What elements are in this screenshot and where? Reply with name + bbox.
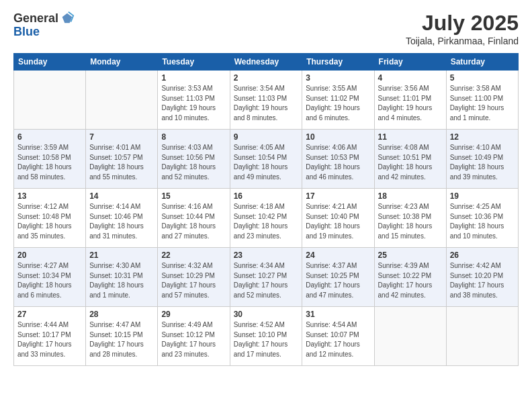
- col-tuesday: Tuesday: [158, 54, 230, 71]
- calendar-table: Sunday Monday Tuesday Wednesday Thursday…: [13, 53, 519, 366]
- day-number: 24: [306, 250, 370, 260]
- day-number: 7: [89, 132, 154, 142]
- calendar-header-row: Sunday Monday Tuesday Wednesday Thursday…: [14, 54, 519, 71]
- day-number: 16: [234, 191, 299, 201]
- table-row: 26Sunrise: 4:42 AMSunset: 10:20 PMDaylig…: [446, 248, 518, 307]
- day-info: Sunrise: 3:58 AMSunset: 11:00 PMDaylight…: [450, 84, 515, 123]
- day-info: Sunrise: 4:49 AMSunset: 10:12 PMDaylight…: [161, 320, 226, 359]
- day-info: Sunrise: 3:55 AMSunset: 11:02 PMDaylight…: [306, 84, 370, 123]
- table-row: [14, 71, 86, 130]
- day-number: 6: [17, 132, 82, 142]
- day-number: 18: [378, 191, 443, 201]
- calendar-week-row: 27Sunrise: 4:44 AMSunset: 10:17 PMDaylig…: [14, 307, 519, 366]
- day-number: 4: [378, 73, 443, 83]
- table-row: 3Sunrise: 3:55 AMSunset: 11:02 PMDayligh…: [302, 71, 374, 130]
- day-number: 26: [450, 250, 515, 260]
- day-info: Sunrise: 4:30 AMSunset: 10:31 PMDaylight…: [89, 261, 154, 300]
- day-info: Sunrise: 4:34 AMSunset: 10:27 PMDaylight…: [234, 261, 299, 300]
- day-info: Sunrise: 4:47 AMSunset: 10:15 PMDaylight…: [89, 320, 154, 359]
- day-info: Sunrise: 4:18 AMSunset: 10:42 PMDaylight…: [234, 202, 299, 241]
- table-row: 19Sunrise: 4:25 AMSunset: 10:36 PMDaylig…: [446, 189, 518, 248]
- day-info: Sunrise: 3:53 AMSunset: 11:03 PMDaylight…: [161, 84, 226, 123]
- day-number: 29: [161, 310, 226, 319]
- table-row: 28Sunrise: 4:47 AMSunset: 10:15 PMDaylig…: [86, 307, 158, 366]
- day-info: Sunrise: 4:25 AMSunset: 10:36 PMDaylight…: [450, 202, 515, 241]
- day-number: 3: [306, 73, 370, 83]
- day-info: Sunrise: 4:23 AMSunset: 10:38 PMDaylight…: [378, 202, 443, 241]
- table-row: 17Sunrise: 4:21 AMSunset: 10:40 PMDaylig…: [302, 189, 374, 248]
- table-row: 20Sunrise: 4:27 AMSunset: 10:34 PMDaylig…: [14, 248, 86, 307]
- day-info: Sunrise: 4:12 AMSunset: 10:48 PMDaylight…: [17, 202, 82, 241]
- col-saturday: Saturday: [446, 54, 518, 71]
- day-number: 20: [17, 250, 82, 260]
- day-info: Sunrise: 4:27 AMSunset: 10:34 PMDaylight…: [17, 261, 82, 300]
- table-row: 16Sunrise: 4:18 AMSunset: 10:42 PMDaylig…: [230, 189, 302, 248]
- day-info: Sunrise: 3:59 AMSunset: 10:58 PMDaylight…: [17, 143, 82, 182]
- day-number: 19: [450, 191, 515, 201]
- day-info: Sunrise: 4:32 AMSunset: 10:29 PMDaylight…: [161, 261, 226, 300]
- calendar-week-row: 13Sunrise: 4:12 AMSunset: 10:48 PMDaylig…: [14, 189, 519, 248]
- table-row: 2Sunrise: 3:54 AMSunset: 11:03 PMDayligh…: [230, 71, 302, 130]
- day-number: 21: [89, 250, 154, 260]
- table-row: 18Sunrise: 4:23 AMSunset: 10:38 PMDaylig…: [374, 189, 446, 248]
- day-number: 1: [161, 73, 226, 83]
- day-info: Sunrise: 4:39 AMSunset: 10:22 PMDaylight…: [378, 261, 443, 300]
- table-row: 29Sunrise: 4:49 AMSunset: 10:12 PMDaylig…: [158, 307, 230, 366]
- day-number: 11: [378, 132, 443, 142]
- table-row: [86, 71, 158, 130]
- day-info: Sunrise: 4:06 AMSunset: 10:53 PMDaylight…: [306, 143, 370, 182]
- table-row: 11Sunrise: 4:08 AMSunset: 10:51 PMDaylig…: [374, 130, 446, 189]
- day-number: 8: [161, 132, 226, 142]
- day-number: 30: [234, 310, 299, 319]
- day-info: Sunrise: 4:54 AMSunset: 10:07 PMDaylight…: [306, 320, 370, 359]
- day-number: 28: [89, 310, 154, 319]
- day-info: Sunrise: 4:37 AMSunset: 10:25 PMDaylight…: [306, 261, 370, 300]
- day-number: 27: [17, 310, 82, 319]
- table-row: 1Sunrise: 3:53 AMSunset: 11:03 PMDayligh…: [158, 71, 230, 130]
- day-info: Sunrise: 3:54 AMSunset: 11:03 PMDaylight…: [234, 84, 299, 123]
- col-thursday: Thursday: [302, 54, 374, 71]
- title-block: July 2025 Toijala, Pirkanmaa, Finland: [406, 11, 519, 46]
- day-number: 25: [378, 250, 443, 260]
- table-row: 22Sunrise: 4:32 AMSunset: 10:29 PMDaylig…: [158, 248, 230, 307]
- day-info: Sunrise: 4:52 AMSunset: 10:10 PMDaylight…: [234, 320, 299, 359]
- day-number: 5: [450, 73, 515, 83]
- table-row: 12Sunrise: 4:10 AMSunset: 10:49 PMDaylig…: [446, 130, 518, 189]
- table-row: 5Sunrise: 3:58 AMSunset: 11:00 PMDayligh…: [446, 71, 518, 130]
- table-row: 24Sunrise: 4:37 AMSunset: 10:25 PMDaylig…: [302, 248, 374, 307]
- table-row: 14Sunrise: 4:14 AMSunset: 10:46 PMDaylig…: [86, 189, 158, 248]
- col-monday: Monday: [86, 54, 158, 71]
- day-number: 22: [161, 250, 226, 260]
- day-number: 31: [306, 310, 370, 319]
- day-info: Sunrise: 4:42 AMSunset: 10:20 PMDaylight…: [450, 261, 515, 300]
- table-row: [374, 307, 446, 366]
- logo-icon: [60, 11, 75, 26]
- day-number: 14: [89, 191, 154, 201]
- table-row: 21Sunrise: 4:30 AMSunset: 10:31 PMDaylig…: [86, 248, 158, 307]
- day-info: Sunrise: 4:21 AMSunset: 10:40 PMDaylight…: [306, 202, 370, 241]
- day-info: Sunrise: 4:14 AMSunset: 10:46 PMDaylight…: [89, 202, 154, 241]
- day-number: 2: [234, 73, 299, 83]
- header: General Blue July 2025 Toijala, Pirkanma…: [13, 11, 519, 46]
- day-number: 15: [161, 191, 226, 201]
- day-number: 12: [450, 132, 515, 142]
- table-row: 6Sunrise: 3:59 AMSunset: 10:58 PMDayligh…: [14, 130, 86, 189]
- col-friday: Friday: [374, 54, 446, 71]
- day-info: Sunrise: 4:03 AMSunset: 10:56 PMDaylight…: [161, 143, 226, 182]
- table-row: 25Sunrise: 4:39 AMSunset: 10:22 PMDaylig…: [374, 248, 446, 307]
- col-wednesday: Wednesday: [230, 54, 302, 71]
- day-number: 9: [234, 132, 299, 142]
- table-row: 8Sunrise: 4:03 AMSunset: 10:56 PMDayligh…: [158, 130, 230, 189]
- day-info: Sunrise: 4:44 AMSunset: 10:17 PMDaylight…: [17, 320, 82, 359]
- calendar-week-row: 6Sunrise: 3:59 AMSunset: 10:58 PMDayligh…: [14, 130, 519, 189]
- table-row: 4Sunrise: 3:56 AMSunset: 11:01 PMDayligh…: [374, 71, 446, 130]
- table-row: 30Sunrise: 4:52 AMSunset: 10:10 PMDaylig…: [230, 307, 302, 366]
- table-row: 31Sunrise: 4:54 AMSunset: 10:07 PMDaylig…: [302, 307, 374, 366]
- table-row: 23Sunrise: 4:34 AMSunset: 10:27 PMDaylig…: [230, 248, 302, 307]
- month-title: July 2025: [406, 11, 519, 36]
- logo-blue: Blue: [13, 25, 40, 38]
- day-number: 13: [17, 191, 82, 201]
- col-sunday: Sunday: [14, 54, 86, 71]
- table-row: 7Sunrise: 4:01 AMSunset: 10:57 PMDayligh…: [86, 130, 158, 189]
- page: General Blue July 2025 Toijala, Pirkanma…: [0, 0, 532, 411]
